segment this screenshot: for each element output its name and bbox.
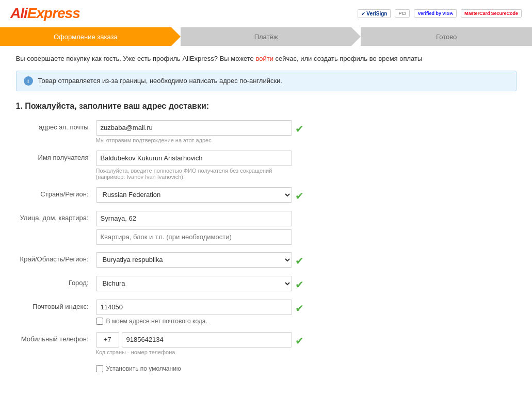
street-row: Улица, дом, квартира: (16, 211, 517, 245)
trust-badges: ✓ VeriSign PCI Verified by VISA MasterCa… (358, 9, 522, 18)
region-field-wrapper: Buryatiya respublika Moskva Sankt-Peterb… (96, 252, 292, 268)
step-checkout: Оформление заказа (0, 27, 171, 46)
step-payment: Платёж (181, 27, 352, 46)
city-check-icon: ✔ (295, 277, 304, 292)
email-label: адрес эл. почты (16, 120, 96, 131)
default-checkbox[interactable] (96, 365, 103, 372)
header: AliExpress ✓ VeriSign PCI Verified by VI… (0, 0, 532, 27)
phone-field-wrapper: Код страны - номер телефона (96, 332, 292, 355)
default-label: Установить по умолчанию (106, 365, 181, 372)
country-select[interactable]: Russian Federation United States Germany… (96, 187, 292, 203)
name-hint: Пожалуйста, введите полностью ФИО получа… (96, 168, 292, 180)
city-label: Город: (16, 276, 96, 287)
zip-input[interactable] (96, 300, 292, 315)
zip-check-icon: ✔ (295, 301, 304, 316)
step2-arrow (351, 27, 361, 46)
default-checkbox-row: Установить по умолчанию (96, 365, 292, 372)
default-label-spacer (16, 362, 96, 366)
section-title: 1. Пожалуйста, заполните ваш адрес доста… (16, 102, 517, 111)
name-input[interactable] (96, 151, 292, 166)
no-zip-row: В моем адресе нет почтового кода. (96, 318, 292, 325)
logo: AliExpress (10, 5, 80, 22)
step-done: Готово (361, 27, 532, 46)
zip-field-wrapper: В моем адресе нет почтового кода. (96, 300, 292, 325)
info-icon: i (24, 76, 33, 86)
guest-message: Вы совершаете покупку как гость. Уже ест… (16, 54, 517, 64)
phone-check-icon: ✔ (295, 333, 304, 349)
country-row: Страна/Регион: Russian Federation United… (16, 187, 517, 204)
steps-bar: Оформление заказа Платёж Готово (0, 27, 532, 46)
zip-label: Почтовый индекс: (16, 300, 96, 310)
street2-input[interactable] (96, 229, 292, 245)
no-zip-checkbox[interactable] (96, 318, 103, 325)
step1-arrow (171, 27, 181, 46)
email-input[interactable] (96, 120, 292, 136)
street-field-wrapper (96, 211, 292, 245)
region-check-icon: ✔ (295, 253, 304, 269)
email-row: адрес эл. почты Мы отправим подтверждени… (16, 120, 517, 143)
email-field-wrapper: Мы отправим подтверждение на этот адрес (96, 120, 292, 143)
email-hint: Мы отправим подтверждение на этот адрес (96, 137, 292, 143)
zip-row: Почтовый индекс: В моем адресе нет почто… (16, 300, 517, 325)
mastercard-badge: MasterCard SecureCode (461, 9, 522, 18)
default-row: Установить по умолчанию (16, 362, 517, 372)
verisign-badge: ✓ VeriSign (358, 9, 391, 18)
name-row: Имя получателя Пожалуйста, введите полно… (16, 151, 517, 180)
info-box: i Товар отправляется из-за границы, необ… (16, 71, 517, 91)
country-field-wrapper: Russian Federation United States Germany… (96, 187, 292, 203)
phone-label: Мобильный телефон: (16, 332, 96, 343)
phone-number-input[interactable] (122, 332, 292, 348)
city-select[interactable]: Bichura Ulan-Ude Gusinoozersk (96, 276, 292, 291)
login-link[interactable]: войти (255, 55, 273, 62)
pci-badge: PCI (395, 9, 410, 18)
phone-row: Мобильный телефон: Код страны - номер те… (16, 332, 517, 355)
country-label: Страна/Регион: (16, 187, 96, 198)
name-field-wrapper: Пожалуйста, введите полностью ФИО получа… (96, 151, 292, 180)
phone-hint: Код страны - номер телефона (96, 349, 292, 355)
city-row: Город: Bichura Ulan-Ude Gusinoozersk ✔ (16, 276, 517, 292)
visa-badge: Verified by VISA (414, 9, 457, 18)
country-check-icon: ✔ (295, 188, 304, 204)
region-row: Край/Область/Регион: Buryatiya respublik… (16, 252, 517, 269)
no-zip-label: В моем адресе нет почтового кода. (106, 318, 207, 325)
region-select[interactable]: Buryatiya respublika Moskva Sankt-Peterb… (96, 252, 292, 268)
main-content: Вы совершаете покупку как гость. Уже ест… (6, 46, 527, 387)
email-check-icon: ✔ (295, 121, 304, 137)
phone-code-input[interactable] (96, 332, 119, 348)
city-field-wrapper: Bichura Ulan-Ude Gusinoozersk (96, 276, 292, 291)
name-label: Имя получателя (16, 151, 96, 161)
default-field-wrapper: Установить по умолчанию (96, 362, 292, 372)
region-label: Край/Область/Регион: (16, 252, 96, 263)
street-input[interactable] (96, 211, 292, 226)
phone-inputs (96, 332, 292, 348)
street-label: Улица, дом, квартира: (16, 211, 96, 222)
